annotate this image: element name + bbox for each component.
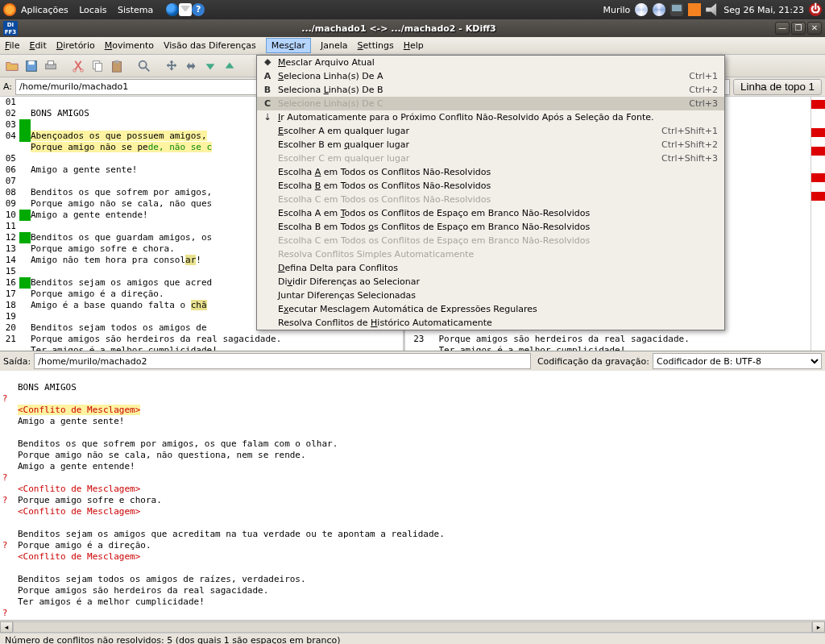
menu-merge[interactable]: Mesclar	[266, 38, 311, 53]
print-button[interactable]	[42, 57, 60, 75]
menu-regex-merge[interactable]: Executar Mesclagem Automática de Express…	[257, 302, 724, 316]
help-icon[interactable]: ?	[192, 3, 205, 16]
menu-choose-b-unresolved[interactable]: Escolha B em Todos os Conflitos Não-Reso…	[257, 179, 724, 193]
merge-menu-dropdown: ⯁Mesclar Arquivo Atual ASeleciona Linha(…	[256, 55, 725, 330]
svg-point-4	[73, 69, 77, 72]
merge-output: ? ? ? ? ? BONS AMIGOS <Conflito de Mescl…	[0, 371, 825, 620]
menu-edit[interactable]: Edit	[29, 40, 46, 51]
power-icon[interactable]: ⏻	[809, 3, 822, 16]
menu-help[interactable]: Help	[404, 40, 424, 51]
cut-button[interactable]	[69, 57, 87, 75]
menu-choose-a-whitespace[interactable]: Escolha A em Todos os Conflitos de Espaç…	[257, 206, 724, 220]
menu-file[interactable]: File	[5, 40, 19, 51]
maximize-button[interactable]: ❐	[791, 22, 806, 35]
menu-join-diff[interactable]: Juntar Diferenças Selecionadas	[257, 289, 724, 302]
encoding-label: Codificação da gravação:	[537, 356, 649, 367]
menu-split-diff[interactable]: Dividir Diferenças ao Selecionar	[257, 275, 724, 289]
display-icon[interactable]	[670, 3, 683, 16]
menu-choose-b-everywhere[interactable]: Escolher B em qualquer lugarCtrl+Shift+2	[257, 138, 724, 152]
line-numbers-left: 01020304 0506070809101112131415161718192…	[0, 97, 19, 351]
gnome-top-panel: Aplicações Locais Sistema ? Murilo Seg 2…	[0, 0, 825, 19]
kdiff3-app-icon: DIFF3	[3, 21, 18, 35]
svg-point-10	[139, 60, 147, 68]
firefox-icon[interactable]	[166, 3, 179, 16]
menu-choose-c-unresolved: Escolha C em Todos os Conflitos Não-Reso…	[257, 193, 724, 206]
menu-choose-a-everywhere[interactable]: Escolher A em qualquer lugarCtrl+Shift+1	[257, 124, 724, 138]
system-menus: Aplicações Locais Sistema	[21, 5, 161, 15]
svg-rect-1	[28, 60, 34, 64]
up-arrow-button[interactable]	[221, 57, 238, 75]
horizontal-scrollbar[interactable]: ◂ ▸	[0, 620, 825, 633]
clock[interactable]: Seg 26 Mai, 21:23	[723, 5, 804, 15]
scroll-right-arrow[interactable]: ▸	[812, 621, 825, 633]
svg-point-5	[81, 69, 84, 72]
nav-icon-2[interactable]	[182, 57, 200, 75]
ubuntu-logo-icon[interactable]	[3, 3, 16, 16]
user-name[interactable]: Murilo	[603, 5, 630, 15]
output-path-row: Saída: Codificação da gravação: Codifica…	[0, 351, 825, 371]
search-button[interactable]	[135, 57, 153, 75]
menu-places[interactable]: Locais	[79, 5, 106, 15]
output-gutter: ? ? ? ? ?	[0, 371, 11, 620]
open-button[interactable]	[3, 57, 21, 75]
svg-rect-8	[113, 61, 122, 72]
encoding-select[interactable]: Codificador de B: UTF-8	[653, 353, 822, 369]
menu-diff-view[interactable]: Visão das Diferenças	[164, 40, 256, 51]
output-path-input[interactable]	[34, 353, 531, 369]
scroll-left-arrow[interactable]: ◂	[0, 621, 13, 633]
menu-select-a[interactable]: ASeleciona Linha(s) De ACtrl+1	[257, 69, 724, 83]
menu-resolve-simple: Resolva Conflitos Simples Automaticament…	[257, 247, 724, 261]
nav-icon-1[interactable]	[163, 57, 180, 75]
menu-set-delta[interactable]: Defina Delta para Conflitos	[257, 261, 724, 275]
notify-icon[interactable]	[688, 3, 701, 16]
volume-icon[interactable]	[706, 3, 719, 16]
saida-label: Saída:	[3, 356, 31, 367]
update-icon[interactable]	[635, 3, 648, 16]
menu-movement[interactable]: Movimento	[105, 40, 154, 51]
menu-directory[interactable]: Diretório	[56, 40, 95, 51]
copy-button[interactable]	[89, 57, 106, 75]
menu-select-c: CSelecione Linha(s) De CCtrl+3	[257, 97, 724, 110]
window-title: .../machado1 <-> .../machado2 - KDiff3	[23, 23, 775, 34]
svg-rect-3	[48, 60, 53, 64]
disc-icon[interactable]	[653, 3, 665, 16]
down-arrow-button[interactable]	[201, 57, 219, 75]
menu-settings[interactable]: Settings	[358, 40, 394, 51]
menu-window[interactable]: Janela	[321, 40, 348, 51]
menu-choose-a-unresolved[interactable]: Escolha A em Todos os Conflitos Não-Reso…	[257, 165, 724, 179]
svg-rect-9	[114, 60, 118, 63]
statusbar: Número de conflitos não resolvidos: 5 (d…	[0, 633, 825, 644]
gutter-left	[19, 97, 31, 351]
menu-select-b[interactable]: BSeleciona Linha(s) De BCtrl+2	[257, 83, 724, 97]
paste-button[interactable]	[108, 57, 126, 75]
overview-ruler[interactable]	[810, 97, 825, 351]
mail-icon[interactable]	[179, 3, 192, 16]
svg-rect-7	[95, 63, 102, 71]
menu-merge-current[interactable]: ⯁Mesclar Arquivo Atual	[257, 56, 724, 69]
menu-choose-b-whitespace[interactable]: Escolha B em Todos os Conflitos de Espaç…	[257, 220, 724, 234]
menu-history-conflicts[interactable]: Resolva Conflitos de Histórico Automatic…	[257, 316, 724, 330]
save-button[interactable]	[23, 57, 40, 75]
minimize-button[interactable]: —	[775, 22, 790, 35]
window-titlebar: DIFF3 .../machado1 <-> .../machado2 - KD…	[0, 19, 825, 37]
menu-choose-c-everywhere: Escolher C em qualquer lugarCtrl+Shift+3	[257, 152, 724, 165]
menu-auto-next[interactable]: ⇣Ir Automaticamente para o Próximo Confl…	[257, 110, 724, 124]
output-code[interactable]: BONS AMIGOS <Conflito de Mesclagem> Amig…	[18, 371, 825, 620]
menu-system[interactable]: Sistema	[118, 5, 153, 15]
menu-choose-c-whitespace: Escolha C em Todos os Conflitos de Espaç…	[257, 234, 724, 247]
menu-applications[interactable]: Aplicações	[21, 5, 68, 15]
close-button[interactable]: ✕	[807, 22, 822, 35]
menubar: File Edit Diretório Movimento Visão das …	[0, 37, 825, 55]
scroll-track[interactable]	[13, 621, 812, 633]
topline-button[interactable]: Linha de topo 1	[733, 79, 822, 95]
a-label: A:	[3, 81, 12, 92]
